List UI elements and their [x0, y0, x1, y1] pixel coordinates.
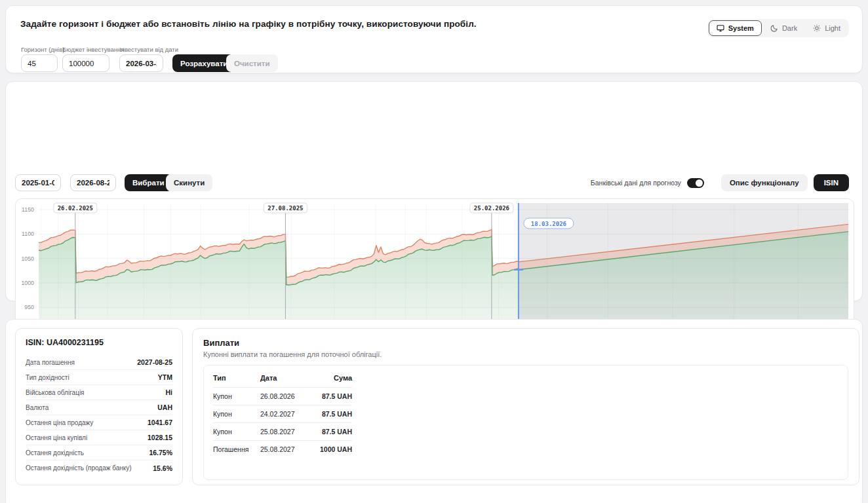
bond-info-card: ISIN: UA4000231195 Дата погашення2027-08…: [15, 328, 183, 485]
theme-option-dark[interactable]: Dark: [763, 20, 804, 36]
col-header-date: Дата: [251, 368, 306, 388]
budget-label: Бюджет інвестування: [62, 46, 124, 53]
payment-date: 25.08.2027: [251, 423, 306, 441]
svg-text:1000: 1000: [21, 280, 34, 286]
bond-row-value: 15.6%: [153, 464, 172, 472]
invest-date-input[interactable]: [119, 54, 163, 72]
svg-text:1050: 1050: [21, 255, 34, 262]
bond-row-label: Військова облігація: [26, 389, 85, 396]
details-panel: ISIN: UA4000231195 Дата погашення2027-08…: [5, 319, 863, 503]
instruction-text: Задайте горизонт і бюджет або встановіть…: [20, 19, 477, 29]
bond-row: Дата погашення2027-08-25: [26, 355, 172, 370]
bond-row: Військова облігаціяНі: [26, 385, 172, 400]
bank-data-toggle[interactable]: [687, 178, 704, 188]
bond-row-label: Остання дохідність (продаж банку): [26, 464, 132, 472]
description-button[interactable]: Опис функціоналу: [721, 174, 808, 191]
bond-row: Остання ціна купівлі1028.15: [26, 430, 172, 445]
bank-data-toggle-label: Банківські дані для прогнозу: [591, 179, 681, 187]
payment-type: Купон: [213, 405, 251, 423]
payment-row: Купон24.02.202787.5 UAH: [213, 405, 352, 423]
calculator-panel: Задайте горизонт і бюджет або встановіть…: [5, 5, 863, 73]
sun-icon: [813, 24, 821, 32]
svg-text:18.03.2026: 18.03.2026: [531, 221, 566, 227]
payment-sum: 87.5 UAH: [306, 388, 352, 405]
payments-table-box: Тип Дата Сума Купон26.08.202687.5 UAHКуп…: [203, 365, 848, 480]
col-header-type: Тип: [213, 368, 251, 388]
payment-type: Погашення: [213, 441, 251, 458]
svg-text:1150: 1150: [22, 206, 34, 213]
range-to-input[interactable]: [70, 174, 116, 191]
chart-panel: Вибрати Скинути Банківські дані для прог…: [5, 81, 863, 301]
bond-row: ВалютаUAH: [26, 400, 172, 415]
bond-row-value: UAH: [157, 403, 172, 411]
theme-option-label: Dark: [782, 24, 797, 32]
bond-row-value: Ні: [166, 388, 173, 396]
theme-option-light[interactable]: Light: [806, 20, 848, 36]
select-range-button[interactable]: Вибрати: [125, 174, 172, 191]
invest-date-label: Інвестувати від дати: [119, 46, 178, 53]
bond-row-label: Тип дохідності: [26, 374, 69, 381]
bond-row-value: 1028.15: [148, 434, 172, 441]
svg-text:26.02.2025: 26.02.2025: [58, 205, 93, 212]
payment-sum: 87.5 UAH: [306, 405, 352, 423]
theme-switcher: System Dark Light: [707, 19, 849, 37]
bond-row-label: Валюта: [26, 404, 49, 411]
bond-info-rows: Дата погашення2027-08-25Тип дохідностіYT…: [26, 355, 172, 475]
bond-isin-title: ISIN: UA4000231195: [26, 338, 172, 347]
theme-option-system[interactable]: System: [709, 20, 762, 36]
svg-text:950: 950: [24, 304, 34, 310]
toggle-knob: [696, 179, 703, 187]
bond-row-label: Остання ціна продажу: [26, 419, 93, 426]
payment-row: Купон25.08.202787.5 UAH: [213, 423, 352, 441]
payment-sum: 87.5 UAH: [306, 423, 352, 441]
svg-text:1100: 1100: [22, 231, 34, 237]
payment-sum: 1000 UAH: [306, 441, 352, 458]
bond-row: Остання дохідність16.75%: [26, 445, 172, 460]
payment-type: Купон: [213, 423, 251, 441]
bond-row-label: Остання дохідність: [26, 449, 84, 456]
payment-row: Погашення25.08.20271000 UAH: [213, 441, 352, 458]
bond-row-value: 1041.67: [148, 419, 172, 426]
payment-date: 25.08.2027: [251, 441, 306, 458]
col-header-sum: Сума: [306, 368, 352, 388]
range-from-input[interactable]: [15, 174, 61, 191]
theme-option-label: Light: [825, 24, 840, 32]
payment-date: 26.08.2026: [251, 388, 306, 405]
moon-icon: [770, 24, 778, 32]
bond-row: Тип дохідностіYTM: [26, 370, 172, 385]
clear-button[interactable]: Очистити: [226, 54, 278, 72]
monitor-icon: [717, 24, 724, 32]
reset-range-button[interactable]: Скинути: [166, 174, 212, 191]
theme-option-label: System: [728, 24, 754, 32]
bond-row-label: Дата погашення: [26, 359, 75, 366]
bond-row: Остання ціна продажу1041.67: [26, 415, 172, 430]
svg-text:27.08.2025: 27.08.2025: [267, 205, 303, 212]
bond-row-label: Остання ціна купівлі: [26, 434, 87, 441]
bond-row-value: 2027-08-25: [137, 358, 172, 366]
svg-text:25.02.2026: 25.02.2026: [474, 205, 509, 212]
payments-subtitle: Купонні виплати та погашення для поточно…: [203, 350, 848, 358]
payment-row: Купон26.08.202687.5 UAH: [213, 388, 352, 405]
isin-button[interactable]: ISIN: [814, 174, 849, 191]
budget-input[interactable]: [62, 54, 109, 72]
chart-right-controls: Банківські дані для прогнозу Опис функці…: [591, 174, 849, 191]
horizon-input[interactable]: [21, 54, 58, 72]
payment-date: 24.02.2027: [251, 405, 306, 423]
payment-type: Купон: [213, 388, 251, 405]
bond-row: Остання дохідність (продаж банку)15.6%: [26, 460, 172, 475]
payments-table: Тип Дата Сума Купон26.08.202687.5 UAHКуп…: [213, 368, 352, 458]
bond-row-value: YTM: [158, 373, 172, 381]
bond-row-value: 16.75%: [149, 449, 172, 456]
payments-card: Виплати Купонні виплати та погашення для…: [192, 328, 859, 485]
horizon-label: Горизонт (днів): [21, 46, 64, 53]
payments-title: Виплати: [203, 338, 848, 348]
